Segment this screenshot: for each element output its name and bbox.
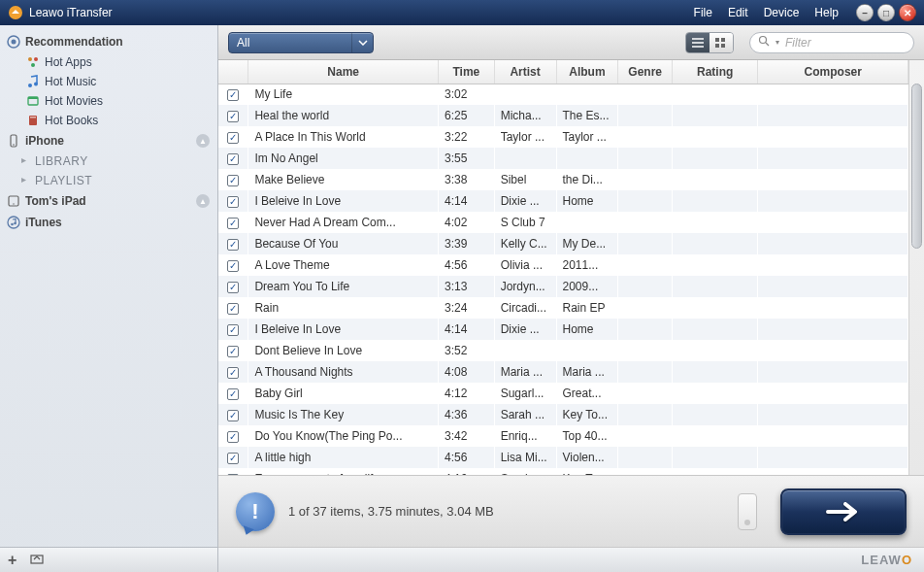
- cell-genre: [618, 425, 673, 447]
- row-checkbox[interactable]: ✓: [227, 367, 239, 379]
- menu-file[interactable]: File: [686, 6, 720, 19]
- table-row[interactable]: ✓Make Believe3:38Sibelthe Di...: [218, 169, 908, 190]
- table-row[interactable]: ✓ Never Had A Dream Com...4:02S Club 7: [218, 212, 908, 233]
- row-checkbox[interactable]: ✓: [227, 153, 239, 165]
- cell-rating: [672, 169, 758, 190]
- row-checkbox[interactable]: ✓: [227, 196, 239, 208]
- svg-point-17: [11, 223, 14, 226]
- cell-rating: [672, 447, 758, 468]
- add-button[interactable]: +: [8, 552, 16, 569]
- expand-button[interactable]: [30, 553, 44, 567]
- table-row[interactable]: ✓Baby Girl4:12Sugarl...Great...: [218, 383, 908, 404]
- sidebar-device[interactable]: iTunes: [0, 212, 217, 233]
- cell-time: 3:52: [439, 340, 495, 361]
- col-name[interactable]: Name: [248, 60, 439, 84]
- row-checkbox[interactable]: ✓: [227, 303, 239, 315]
- eject-icon[interactable]: ▲: [196, 194, 210, 208]
- table-row[interactable]: ✓Music Is The Key4:36Sarah ...Key To...: [218, 404, 908, 425]
- sidebar-device[interactable]: Tom's iPad▲: [0, 190, 217, 212]
- table-row[interactable]: ✓Every moment of my life4:16Sarah ...Key…: [218, 468, 908, 475]
- cell-name: Because Of You: [248, 233, 439, 254]
- search-input[interactable]: [785, 36, 906, 50]
- row-checkbox[interactable]: ✓: [227, 346, 239, 357]
- row-checkbox[interactable]: ✓: [227, 431, 239, 443]
- sidebar-item[interactable]: Hot Apps: [0, 52, 217, 72]
- table-row[interactable]: ✓Im No Angel3:55: [218, 148, 908, 169]
- close-button[interactable]: ✕: [899, 4, 916, 21]
- menu-edit[interactable]: Edit: [720, 6, 756, 19]
- row-checkbox[interactable]: ✓: [227, 89, 239, 101]
- cell-genre: [618, 148, 673, 169]
- transfer-button[interactable]: [780, 488, 907, 535]
- table-row[interactable]: ✓Do You Know(The Ping Po...3:42 Enriq...…: [218, 425, 908, 447]
- row-checkbox[interactable]: ✓: [227, 239, 239, 251]
- sidebar-item[interactable]: Hot Music: [0, 72, 217, 91]
- cell-name: Never Had A Dream Com...: [248, 212, 439, 233]
- svg-rect-23: [721, 44, 725, 48]
- chevron-down-icon: [351, 33, 373, 52]
- cell-genre: [618, 297, 673, 319]
- table-row[interactable]: ✓Because Of You3:39Kelly C...My De...: [218, 233, 908, 254]
- sidebar-group-recommendation[interactable]: Recommendation: [0, 31, 217, 52]
- row-checkbox[interactable]: ✓: [227, 324, 239, 336]
- info-icon: !: [236, 492, 275, 531]
- vertical-scrollbar[interactable]: [908, 60, 924, 475]
- cell-time: 4:36: [439, 404, 495, 425]
- cell-rating: [672, 404, 758, 425]
- sidebar-subitem[interactable]: PLAYLIST: [0, 171, 217, 190]
- sidebar-item[interactable]: Hot Books: [0, 111, 217, 130]
- table-row[interactable]: ✓I Beleive In Love4:14Dixie ...Home: [218, 319, 908, 340]
- row-checkbox[interactable]: ✓: [227, 388, 239, 400]
- cell-rating: [672, 105, 758, 126]
- row-checkbox[interactable]: ✓: [227, 218, 239, 229]
- row-checkbox[interactable]: ✓: [227, 132, 239, 144]
- row-checkbox[interactable]: ✓: [227, 453, 239, 464]
- menu-device[interactable]: Device: [756, 6, 808, 19]
- table-row[interactable]: ✓My Life3:02: [218, 84, 908, 105]
- col-check[interactable]: [218, 60, 248, 84]
- cell-time: 4:14: [439, 319, 495, 340]
- row-checkbox[interactable]: ✓: [227, 282, 239, 293]
- search-dropdown-icon[interactable]: ▾: [776, 38, 779, 47]
- sidebar-item[interactable]: Hot Movies: [0, 91, 217, 111]
- cell-artist: S Club 7: [494, 212, 556, 233]
- table-row[interactable]: ✓A little high4:56Lisa Mi...Violen...: [218, 447, 908, 468]
- search-field[interactable]: ▾: [749, 32, 914, 53]
- col-artist[interactable]: Artist: [494, 60, 556, 84]
- table-row[interactable]: ✓I Beleive In Love4:14Dixie ...Home: [218, 190, 908, 212]
- col-time[interactable]: Time: [439, 60, 495, 84]
- table-row[interactable]: ✓A Thousand Nights4:08Maria ...Maria ...: [218, 361, 908, 383]
- minimize-button[interactable]: –: [856, 4, 874, 21]
- filter-dropdown[interactable]: All: [228, 32, 374, 53]
- list-view-button[interactable]: [686, 33, 710, 52]
- table-row[interactable]: ✓A Place In This World3:22Taylor ...Tayl…: [218, 126, 908, 148]
- table-row[interactable]: ✓Heal the world6:25Micha...The Es...: [218, 105, 908, 126]
- row-checkbox[interactable]: ✓: [227, 111, 239, 122]
- sidebar-device[interactable]: iPhone▲: [0, 130, 217, 151]
- cell-artist: [494, 148, 556, 169]
- col-album[interactable]: Album: [556, 60, 618, 84]
- cell-rating: [672, 254, 758, 276]
- table-row[interactable]: ✓Dont Believe In Love3:52: [218, 340, 908, 361]
- table-row[interactable]: ✓Rain3:24Circadi...Rain EP: [218, 297, 908, 319]
- menu-help[interactable]: Help: [807, 6, 846, 19]
- eject-icon[interactable]: ▲: [196, 134, 210, 148]
- movies-icon: [25, 93, 41, 109]
- row-checkbox[interactable]: ✓: [227, 410, 239, 421]
- svg-rect-9: [28, 97, 38, 99]
- cell-artist: Sibel: [494, 169, 556, 190]
- row-checkbox[interactable]: ✓: [227, 260, 239, 272]
- cell-composer: [758, 340, 908, 361]
- grid-view-button[interactable]: [710, 33, 733, 52]
- sidebar-subitem[interactable]: LIBRARY: [0, 151, 217, 171]
- cell-album: 2009...: [556, 276, 618, 297]
- col-genre[interactable]: Genre: [618, 60, 673, 84]
- table-row[interactable]: ✓A Love Theme4:56Olivia ...2011...: [218, 254, 908, 276]
- maximize-button[interactable]: □: [877, 4, 895, 21]
- scrollbar-thumb[interactable]: [911, 84, 922, 249]
- col-rating[interactable]: Rating: [672, 60, 758, 84]
- table-row[interactable]: ✓Dream You To Life3:13Jordyn...2009...: [218, 276, 908, 297]
- cell-album: [556, 340, 618, 361]
- row-checkbox[interactable]: ✓: [227, 175, 239, 186]
- col-composer[interactable]: Composer: [758, 60, 908, 84]
